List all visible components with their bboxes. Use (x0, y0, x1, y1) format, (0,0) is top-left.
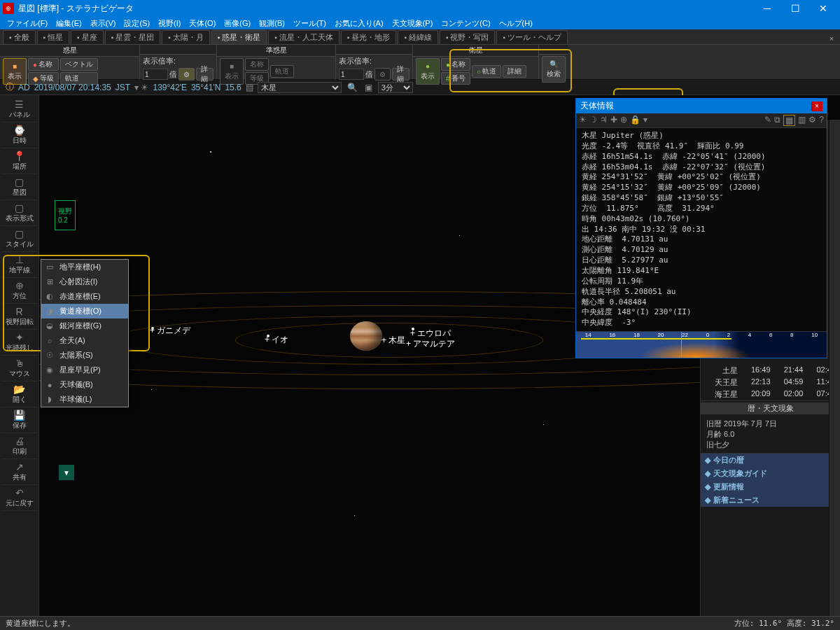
leftpanel-視野回転[interactable]: R視野回転 (1, 304, 37, 330)
zoom-out-icon[interactable]: 🔍 (346, 83, 359, 92)
menu-item[interactable]: 編集(E) (52, 18, 86, 29)
tab-4[interactable]: ▪太陽・月 (162, 30, 210, 44)
goto-icon[interactable]: ▣ (363, 83, 374, 92)
sat-number-button[interactable]: #番号 (441, 72, 470, 85)
tabs-close[interactable]: × (826, 33, 837, 44)
menu-item[interactable]: ヘルプ(H) (495, 18, 537, 29)
dwarf-mag-gear[interactable]: ⚙ (374, 68, 391, 80)
leftpanel-日時[interactable]: ⌚日時 (1, 122, 37, 148)
sat-detail-button[interactable]: 詳細 (503, 65, 526, 78)
left-panel: ☰パネル⌚日時📍場所▢星図▢表示形式▢スタイル⊥地平線⊕方位R視野回転✦光跡残し… (0, 95, 39, 616)
menu-item[interactable]: 視野(I) (154, 18, 185, 29)
titlebar: ⊛ 星図 [標準] - ステラナビゲータ ─ ☐ ✕ (0, 0, 840, 17)
scrollbar[interactable] (829, 120, 840, 616)
menu-item[interactable]: 天体(O) (185, 18, 220, 29)
search-button[interactable]: 🔍検索 (542, 56, 566, 83)
leftpanel-元に戻す[interactable]: ↶元に戻す (1, 485, 37, 511)
play-marker[interactable]: ▼ (59, 465, 74, 480)
leftpanel-共有[interactable]: ↗共有 (1, 459, 37, 485)
copy-icon[interactable]: ⧉ (774, 115, 780, 126)
planet-mag-input[interactable] (143, 69, 168, 80)
dwarf-mag-input[interactable] (339, 69, 364, 80)
close-button[interactable]: ✕ (809, 0, 837, 17)
sat-orbit-button[interactable]: ○軌道 (472, 65, 501, 78)
menu-item-半球儀(L)[interactable]: ◗半球儀(L) (41, 392, 128, 407)
tab-6[interactable]: ▪流星・人工天体 (268, 30, 340, 44)
menu-item[interactable]: 設定(S) (120, 18, 154, 29)
dwarf-show-button[interactable]: ■表示 (220, 58, 244, 85)
menu-item-銀河座標(G)[interactable]: ◒銀河座標(G) (41, 318, 128, 333)
menu-item[interactable]: ツール(T) (289, 18, 330, 29)
target-icon[interactable]: ⊕ (620, 115, 627, 126)
menu-item[interactable]: お気に入り(A) (330, 18, 388, 29)
info-close-button[interactable]: × (811, 102, 822, 111)
planet-detail-button[interactable]: 詳細 (196, 68, 214, 80)
tab-7[interactable]: ▪昼光・地形 (341, 30, 397, 44)
right-link[interactable]: ◆ 今日の暦 (701, 454, 840, 467)
planet-icon[interactable]: ♃ (600, 115, 608, 126)
planet-mag-gear[interactable]: ⚙ (178, 68, 195, 80)
menu-item-赤道座標(E)[interactable]: ◐赤道座標(E) (41, 289, 128, 304)
target-select[interactable]: 木星 (258, 82, 342, 93)
leftpanel-場所[interactable]: 📍場所 (1, 148, 37, 174)
minimize-button[interactable]: ─ (753, 0, 781, 17)
tab-5[interactable]: ▪惑星・衛星 (211, 30, 267, 44)
right-link[interactable]: ◆ 天文現象ガイド (701, 467, 840, 480)
right-link[interactable]: ◆ 更新情報 (701, 480, 840, 493)
maximize-button[interactable]: ☐ (781, 0, 809, 17)
cross-icon[interactable]: ✚ (610, 115, 617, 126)
menu-item[interactable]: 観測(B) (255, 18, 289, 29)
layers-icon[interactable]: ▥ (798, 115, 806, 126)
dwarf-name-button[interactable]: 名称 (245, 58, 269, 71)
tab-9[interactable]: ▪視野・写因 (440, 30, 496, 44)
leftpanel-星図[interactable]: ▢星図 (1, 174, 37, 200)
right-link[interactable]: ◆ 新着ニュース (701, 493, 840, 507)
leftpanel-マウス[interactable]: 🖱マウス (1, 356, 37, 382)
leftpanel-保存[interactable]: 💾保存 (1, 407, 37, 433)
leftpanel-表示形式[interactable]: ▢表示形式 (1, 200, 37, 226)
leftpanel-パネル[interactable]: ☰パネル (1, 97, 37, 122)
tab-10[interactable]: ▪ツール・ヘルプ (496, 30, 568, 44)
info-title[interactable]: 天体情報 × (576, 99, 827, 113)
datetime-display[interactable]: 2019/08/07 20:14:35 (34, 83, 111, 92)
planet-jupiter[interactable] (350, 321, 382, 351)
leftpanel-スタイル[interactable]: ▢スタイル (1, 226, 37, 252)
dwarf-detail-button[interactable]: 詳細 (392, 68, 410, 80)
planet-vector-button[interactable]: ベクトル (60, 58, 98, 71)
sun-icon[interactable]: ☀ (579, 115, 587, 126)
leftpanel-地平線[interactable]: ⊥地平線 (1, 252, 37, 278)
chevron-down-icon[interactable]: ▾ (643, 115, 648, 126)
tab-0[interactable]: ▪全般 (3, 30, 36, 44)
menu-item-太陽系(S)[interactable]: ☉太陽系(S) (41, 348, 128, 363)
tab-2[interactable]: ▪星座 (71, 30, 104, 44)
edit-icon[interactable]: ✎ (764, 115, 771, 126)
menu-item-地平座標(H)[interactable]: ▭地平座標(H) (41, 260, 128, 274)
lock-icon[interactable]: 🔒 (630, 115, 640, 126)
interval-select[interactable]: 3分 (378, 82, 413, 93)
menu-item[interactable]: ファイル(F) (3, 18, 52, 29)
tab-1[interactable]: ▪恒星 (37, 30, 70, 44)
menu-item-黄道座標(O)[interactable]: ◑黄道座標(O) (41, 304, 128, 318)
tab-3[interactable]: ▪星雲・星団 (105, 30, 161, 44)
moon-icon[interactable]: ☽ (589, 115, 597, 126)
planet-name-button[interactable]: ●名称 (28, 58, 59, 71)
menu-item[interactable]: コンテンツ(C) (437, 18, 494, 29)
sat-show-button[interactable]: ●表示 (416, 58, 440, 85)
leftpanel-開く[interactable]: 📂開く (1, 382, 37, 407)
menu-item-全天(A)[interactable]: ○全天(A) (41, 333, 128, 348)
tab-8[interactable]: ▪経緯線 (398, 30, 438, 44)
chart-icon[interactable]: ▦ (783, 115, 795, 126)
help-icon[interactable]: ? (819, 115, 824, 126)
leftpanel-方位[interactable]: ⊕方位 (1, 278, 37, 304)
menu-item-心射図法(I)[interactable]: ⊞心射図法(I) (41, 274, 128, 289)
menu-item[interactable]: 表示(V) (86, 18, 120, 29)
menu-item-星座早見(P)[interactable]: ◉星座早見(P) (41, 363, 128, 377)
leftpanel-光跡残し[interactable]: ✦光跡残し (1, 330, 37, 356)
dwarf-orbit-button[interactable]: 軌道 (270, 65, 294, 78)
gear-icon[interactable]: ⚙ (808, 115, 816, 126)
leftpanel-印刷[interactable]: 🖨印刷 (1, 433, 37, 459)
menu-item[interactable]: 画像(G) (220, 18, 255, 29)
sat-name-button[interactable]: ●名称 (441, 58, 470, 71)
menu-item[interactable]: 天文現象(P) (388, 18, 438, 29)
menu-item-天球儀(B)[interactable]: ●天球儀(B) (41, 377, 128, 392)
